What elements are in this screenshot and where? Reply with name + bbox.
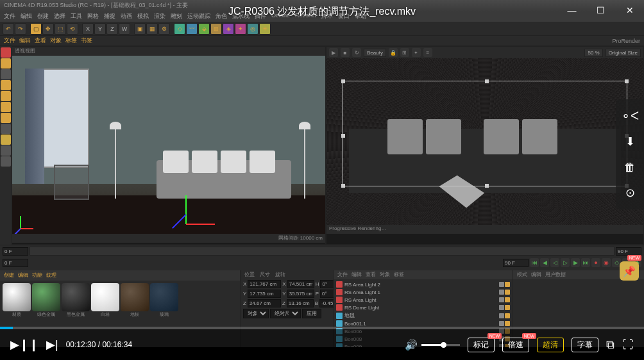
array-tool[interactable]: ⊞ bbox=[210, 23, 222, 35]
coord-tab[interactable]: 旋转 bbox=[275, 271, 285, 279]
material-item[interactable]: 白墙 bbox=[91, 283, 119, 311]
mat-tab[interactable]: 纹理 bbox=[46, 272, 56, 279]
object-row[interactable]: RS Area Light 1 bbox=[336, 288, 510, 296]
object-row[interactable]: RS Area Light 2 bbox=[336, 281, 510, 288]
axis-z-toggle[interactable]: Z bbox=[106, 23, 118, 35]
quality-button[interactable]: 超清 bbox=[537, 338, 564, 352]
redo-button[interactable]: ↷ bbox=[15, 23, 26, 35]
menu-item[interactable]: 角色 bbox=[216, 12, 227, 21]
menu-item[interactable]: 动画 bbox=[121, 12, 132, 21]
coord-tab[interactable]: 尺寸 bbox=[260, 271, 270, 279]
coord-z-size[interactable] bbox=[287, 299, 314, 307]
maximize-button[interactable]: ☐ bbox=[586, 0, 615, 20]
object-row[interactable]: RS Dome Light bbox=[336, 304, 510, 311]
download-icon[interactable]: ⬇ bbox=[622, 134, 638, 149]
volume-control[interactable]: 🔊 bbox=[405, 339, 460, 351]
nurbs-tool[interactable]: ⬙ bbox=[198, 23, 210, 35]
render-refresh-icon[interactable]: ↻ bbox=[352, 48, 361, 57]
menu-item[interactable]: 编辑 bbox=[21, 12, 32, 21]
coord-y-pos[interactable] bbox=[248, 290, 281, 298]
obj-tab[interactable]: 标签 bbox=[394, 271, 404, 279]
render-viewport[interactable]: ▶ ■ ↻ Beauty 🔒 ⊞ ✦ ≡ 50 % Original Size bbox=[326, 46, 644, 245]
material-item[interactable]: 地板 bbox=[121, 283, 149, 311]
coord-z-pos[interactable] bbox=[248, 299, 281, 307]
undo-button[interactable]: ↶ bbox=[3, 23, 14, 35]
zoom-select[interactable]: 50 % bbox=[584, 49, 602, 57]
menu-item[interactable]: 渲染 bbox=[154, 12, 165, 21]
prorender-tab[interactable]: ProRender bbox=[612, 38, 640, 44]
object-row[interactable]: 地毯 bbox=[336, 311, 510, 320]
pin-button[interactable]: 📌NEW bbox=[620, 261, 639, 281]
coord-tab[interactable]: 位置 bbox=[244, 271, 255, 279]
timeline-current-field[interactable] bbox=[3, 259, 28, 267]
tb2-item[interactable]: 编辑 bbox=[19, 37, 31, 45]
coord-x-pos[interactable] bbox=[248, 280, 281, 288]
minimize-button[interactable]: — bbox=[557, 0, 586, 20]
subtitle-button[interactable]: 字幕 bbox=[572, 338, 598, 352]
coord-mode1[interactable]: 对象 bbox=[243, 309, 269, 318]
rail-quantize[interactable] bbox=[1, 145, 11, 156]
pip-icon[interactable]: ⧉ bbox=[606, 338, 614, 352]
object-row[interactable]: RS Area Light bbox=[336, 296, 510, 304]
next-button[interactable]: ▶| bbox=[46, 338, 58, 352]
obj-tab[interactable]: 文件 bbox=[337, 271, 348, 279]
rail-live-select[interactable] bbox=[1, 47, 11, 58]
material-item[interactable]: 绿色金属 bbox=[32, 283, 60, 311]
menu-item[interactable]: 模拟 bbox=[137, 12, 149, 21]
deformer-tool[interactable]: ◈ bbox=[223, 23, 234, 35]
perspective-viewport[interactable]: 透视视图 bbox=[12, 46, 326, 245]
tb2-item[interactable]: 查看 bbox=[35, 37, 46, 45]
step-back-icon[interactable]: ◀ bbox=[540, 258, 549, 267]
render-settings-button[interactable]: ⚙ bbox=[158, 23, 170, 35]
rail-model[interactable] bbox=[1, 58, 11, 69]
tb2-item[interactable]: 对象 bbox=[50, 37, 62, 45]
obj-tab[interactable]: 对象 bbox=[380, 271, 390, 279]
move-tool[interactable]: ✥ bbox=[42, 23, 54, 35]
fullscreen-icon[interactable]: ⛶ bbox=[622, 338, 634, 352]
step-forward-icon[interactable]: ▶ bbox=[571, 258, 580, 267]
scene-tool[interactable]: ✦ bbox=[235, 23, 246, 35]
coord-x-size[interactable] bbox=[287, 280, 314, 288]
rail-edge[interactable] bbox=[1, 102, 11, 112]
attr-tab[interactable]: 用户数据 bbox=[545, 271, 566, 279]
render-lock-icon[interactable]: 🔒 bbox=[389, 48, 398, 57]
menu-item[interactable]: 捕捉 bbox=[104, 12, 115, 21]
coord-b[interactable] bbox=[319, 299, 335, 307]
material-item[interactable]: 材质 bbox=[3, 283, 31, 311]
render-canvas[interactable] bbox=[326, 58, 643, 225]
goto-end-icon[interactable]: ⏭ bbox=[581, 258, 590, 267]
autokey-icon[interactable]: ◉ bbox=[602, 258, 611, 267]
scale-tool[interactable]: ⬚ bbox=[55, 23, 66, 35]
rail-poly[interactable] bbox=[1, 113, 11, 123]
render-stop-icon[interactable]: ■ bbox=[341, 48, 350, 57]
axis-w-toggle[interactable]: W bbox=[119, 23, 130, 35]
rotate-tool[interactable]: ⟲ bbox=[67, 23, 78, 35]
goto-start-icon[interactable]: ⏮ bbox=[530, 258, 539, 267]
material-item[interactable]: 玻璃 bbox=[150, 283, 178, 311]
render-play-icon[interactable]: ▶ bbox=[329, 48, 338, 57]
attr-tab[interactable]: 编辑 bbox=[531, 271, 541, 279]
render-region-button[interactable]: ▦ bbox=[146, 23, 158, 35]
material-item[interactable]: 黑色金属 bbox=[62, 283, 90, 311]
tb2-item[interactable]: 书签 bbox=[81, 37, 92, 45]
volume-icon[interactable]: 🔊 bbox=[405, 339, 418, 351]
render-layers-icon[interactable]: ≡ bbox=[423, 48, 432, 57]
render-snap-icon[interactable]: ✦ bbox=[412, 48, 421, 57]
rail-point[interactable] bbox=[1, 91, 11, 101]
share-icon[interactable]: ⚬ᐸ bbox=[622, 108, 638, 124]
mat-tab[interactable]: 功能 bbox=[32, 272, 42, 279]
rail-lock[interactable] bbox=[1, 156, 11, 167]
tb2-item[interactable]: 文件 bbox=[4, 37, 15, 45]
mat-tab[interactable]: 创建 bbox=[4, 272, 14, 279]
record-icon[interactable]: ● bbox=[591, 258, 600, 267]
timeline-ruler[interactable] bbox=[30, 247, 614, 256]
timeline-start-field[interactable] bbox=[3, 247, 28, 256]
menu-item[interactable]: 网格 bbox=[87, 12, 99, 21]
menu-item[interactable]: 运动跟踪 bbox=[187, 12, 210, 21]
rail-texture[interactable] bbox=[1, 69, 11, 79]
volume-slider[interactable] bbox=[421, 344, 460, 346]
tb2-item[interactable]: 标签 bbox=[65, 37, 77, 45]
play-forward-icon[interactable]: ▷ bbox=[561, 258, 570, 267]
delete-icon[interactable]: 🗑 bbox=[622, 160, 638, 175]
attr-tab[interactable]: 模式 bbox=[517, 271, 527, 279]
